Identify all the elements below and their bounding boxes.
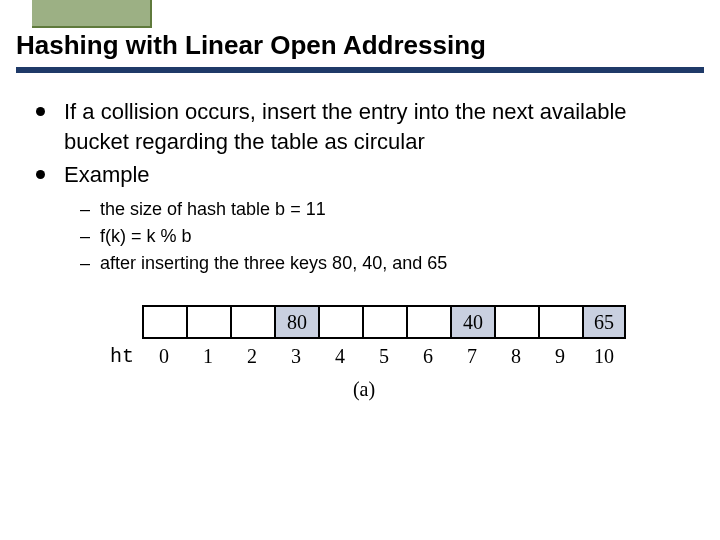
index-10: 10	[582, 345, 626, 368]
index-2: 2	[230, 345, 274, 368]
bucket-1	[186, 305, 230, 339]
bucket-3: 80	[274, 305, 318, 339]
hash-table-row: 80 40 65	[124, 305, 644, 339]
index-5: 5	[362, 345, 406, 368]
content: If a collision occurs, insert the entry …	[0, 81, 720, 401]
hash-table-figure: 80 40 65 ht 0 1 2 3 4 5 6 7 8 9 10 (a)	[84, 305, 644, 401]
bucket-10: 65	[582, 305, 626, 339]
bucket-9	[538, 305, 582, 339]
bucket-7: 40	[450, 305, 494, 339]
sub-item: f(k) = k % b	[80, 223, 692, 250]
index-row: ht 0 1 2 3 4 5 6 7 8 9 10	[84, 345, 644, 368]
bullet-item: If a collision occurs, insert the entry …	[36, 97, 692, 156]
index-3: 3	[274, 345, 318, 368]
index-9: 9	[538, 345, 582, 368]
sub-item: the size of hash table b = 11	[80, 196, 692, 223]
index-0: 0	[142, 345, 186, 368]
index-4: 4	[318, 345, 362, 368]
page-title: Hashing with Linear Open Addressing	[16, 30, 704, 61]
table-label: ht	[102, 345, 142, 368]
bucket-5	[362, 305, 406, 339]
index-1: 1	[186, 345, 230, 368]
bullet-list: If a collision occurs, insert the entry …	[36, 97, 692, 190]
sub-list: the size of hash table b = 11 f(k) = k %…	[36, 196, 692, 277]
bucket-4	[318, 305, 362, 339]
figure-caption: (a)	[84, 378, 644, 401]
bullet-item: Example	[36, 160, 692, 190]
bucket-0	[142, 305, 186, 339]
bucket-2	[230, 305, 274, 339]
bucket-8	[494, 305, 538, 339]
accent-box	[32, 0, 152, 28]
index-8: 8	[494, 345, 538, 368]
sub-item: after inserting the three keys 80, 40, a…	[80, 250, 692, 277]
index-6: 6	[406, 345, 450, 368]
bucket-6	[406, 305, 450, 339]
title-rule	[16, 67, 704, 73]
index-7: 7	[450, 345, 494, 368]
